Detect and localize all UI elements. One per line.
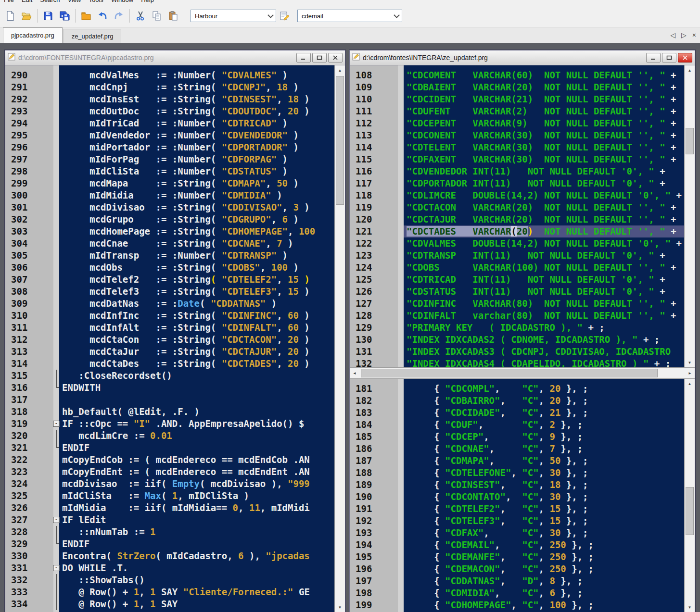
code-line[interactable]: 333 @ Row() + 1, 1 SAY "Cliente/Forneced… — [5, 586, 335, 598]
minimize-button[interactable] — [296, 53, 311, 62]
code-text[interactable]: mIdCliSta := :Number( "CDSTATUS" ) — [59, 165, 335, 177]
code-text[interactable]: mcdCtaCon := :String( "CDCTACON", 20 ) — [59, 334, 335, 346]
code-text[interactable]: { "CDTELEF2", "C", 15 }, ; — [404, 503, 685, 515]
code-text[interactable]: "CDTELENT VARCHAR(30) NOT NULL DEFAULT '… — [404, 141, 685, 153]
scroll-right-icon[interactable]: ► — [685, 368, 695, 378]
code-line[interactable]: 311 mcdInfAlt := :String( "CDINFALT", 60… — [5, 322, 335, 334]
maximize-button[interactable] — [312, 53, 327, 62]
code-line[interactable]: 127"CDINFINC VARCHAR(80) NOT NULL DEFAUL… — [350, 298, 685, 310]
code-text[interactable]: { "CDTELEF3", "C", 15 }, ; — [404, 515, 685, 527]
code-line[interactable]: 294 mIdTriCad := :Number( "CDTRICAD" ) — [5, 117, 335, 129]
scrollbar-thumb[interactable] — [686, 128, 694, 154]
code-line[interactable]: 117"CDPORTADOR INT(11) NOT NULL DEFAULT … — [350, 177, 685, 189]
code-line[interactable]: 293 mcdOutDoc := :String( "CDOUTDOC", 20… — [5, 105, 335, 117]
code-text[interactable]: "CDCEPENT VARCHAR(9) NOT NULL DEFAULT ''… — [404, 117, 685, 129]
code-line[interactable]: 109"CDBAIENT VARCHAR(20) NOT NULL DEFAUL… — [350, 81, 685, 93]
code-text[interactable]: mcdLimCre := 0.01 — [59, 430, 335, 442]
code-line[interactable]: 327-IF lEdit — [5, 514, 335, 526]
open-file-button[interactable] — [18, 8, 35, 24]
code-text[interactable]: Encontra( StrZero( mIdCadastro, 6 ), "jp… — [59, 550, 335, 562]
code-text[interactable]: "CDCTACON VARCHAR(20) NOT NULL DEFAULT '… — [404, 201, 685, 213]
code-line[interactable]: 290 mcdValMes := :Number( "CDVALMES" ) — [5, 69, 335, 81]
code-text[interactable]: { "CDCEP", "C", 9 }, ; — [404, 431, 685, 443]
code-line[interactable]: 325mIdCliSta := Max( 1, mIDCliSta ) — [5, 490, 335, 502]
code-text[interactable]: "CDCTAJUR VARCHAR(20) NOT NULL DEFAULT '… — [404, 213, 685, 225]
code-text[interactable]: mcdInsEst := :String( "CDINSEST", 18 ) — [59, 93, 335, 105]
new-file-button[interactable] — [2, 8, 18, 24]
code-text[interactable]: mcdHomePage := :String( "CDHOMEPAGE", 10… — [59, 225, 335, 237]
scroll-down-icon[interactable]: ▼ — [685, 603, 695, 612]
code-line[interactable]: 197 { "CDDATNAS", "D", 8 }, ; — [350, 575, 685, 587]
code-text[interactable]: { "CDBAIRRO", "C", 20 }, ; — [404, 395, 685, 407]
code-line[interactable]: 195 { "CDEMANFE", "C", 250 }, ; — [350, 551, 685, 563]
code-line[interactable]: 199 { "CDHOMEPAGE", "C", 100 }, ; — [350, 599, 685, 611]
code-line[interactable]: 296 midPortador := :Number( "CDPORTADOR"… — [5, 141, 335, 153]
menu-window[interactable]: Window — [107, 0, 137, 5]
code-text[interactable]: ENDWITH — [59, 382, 335, 394]
code-text[interactable]: { "CDDATNAS", "D", 8 }, ; — [404, 575, 685, 587]
scroll-down-icon[interactable]: ▼ — [685, 358, 695, 367]
code-line[interactable]: 295 mIdVendedor := :Number( "CDVENDEDOR"… — [5, 129, 335, 141]
code-text[interactable]: { "CDCONTATO", "C", 30 }, ; — [404, 491, 685, 503]
code-text[interactable]: "CDTRANSP INT(11) NOT NULL DEFAULT '0', … — [404, 250, 685, 262]
code-line[interactable]: 313 mcdCtaJur := :String( "CDCTAJUR", 20… — [5, 346, 335, 358]
code-text[interactable]: { "CDHOMEPAGE", "C", 100 }, ; — [404, 599, 685, 611]
code-line[interactable]: 303 mcdHomePage := :String( "CDHOMEPAGE"… — [5, 225, 335, 237]
code-text[interactable]: mIdCliSta := Max( 1, mIDCliSta ) — [59, 490, 335, 502]
code-line[interactable]: 334 @ Row() + 1, 1 SAY — [5, 598, 335, 610]
code-text[interactable]: mcdDatNas := :Date( "CDDATNAS" ) — [59, 298, 335, 310]
code-line[interactable]: 126"CDSTATUS INT(11) NOT NULL DEFAULT '0… — [350, 286, 685, 298]
code-line[interactable]: 323mCopyEndEnt := ( mcdEndereco == mcdEn… — [5, 466, 335, 478]
vertical-scrollbar[interactable]: ▲ ▼ — [684, 65, 695, 367]
code-line[interactable]: 310 mcdInfInc := :String( "CDINFINC", 60… — [5, 310, 335, 322]
close-button[interactable] — [678, 53, 692, 62]
code-line[interactable]: 317 — [5, 394, 335, 406]
code-line[interactable]: 316ENDWITH — [5, 382, 335, 394]
code-text[interactable]: { "CDINSEST", "C", 18 }, ; — [404, 479, 685, 491]
save-all-button[interactable] — [56, 8, 73, 24]
code-text[interactable]: "CDFAXENT VARCHAR(30) NOT NULL DEFAULT '… — [404, 153, 685, 165]
code-line[interactable]: 119"CDCTACON VARCHAR(20) NOT NULL DEFAUL… — [350, 201, 685, 213]
code-line[interactable]: 184 { "CDUF", "C", 2 }, ; — [350, 419, 685, 431]
code-text[interactable]: mcdCtaJur := :String( "CDCTAJUR", 20 ) — [59, 346, 335, 358]
code-text[interactable]: mcdTelef3 := :String( "CDTELEF3", 15 ) — [59, 286, 335, 298]
code-text[interactable]: hb_Default( @lEdit, .F. ) — [59, 406, 335, 418]
save-button[interactable] — [40, 8, 56, 24]
code-text[interactable]: { "CDFAX", "C", 30 }, ; — [404, 527, 685, 539]
scroll-up-icon[interactable]: ▲ — [685, 66, 695, 75]
code-line[interactable]: 129"PRIMARY KEY ( IDCADASTRO ), " + ; — [350, 322, 685, 334]
code-line[interactable]: 304 mcdCnae := :String( "CDCNAE", 7 ) — [5, 237, 335, 250]
code-line[interactable]: 115"CDFAXENT VARCHAR(30) NOT NULL DEFAUL… — [350, 153, 685, 165]
code-line[interactable]: 312 mcdCtaCon := :String( "CDCTACON", 20… — [5, 334, 335, 346]
code-text[interactable]: mCopyEndCob := ( mcdEndereco == mcdEndCo… — [59, 454, 335, 466]
code-text[interactable]: { "CDEMAIL", "C", 250 }, ; — [404, 539, 685, 551]
code-text[interactable]: "INDEX IDXCADAS3 ( CDCNPJ, CDDIVISAO, ID… — [404, 346, 685, 358]
copy-button[interactable] — [149, 8, 165, 24]
menu-search[interactable]: Search — [36, 0, 64, 5]
code-text[interactable] — [59, 394, 335, 406]
menu-tools[interactable]: Tools — [85, 0, 107, 5]
scroll-down-icon[interactable]: ▼ — [335, 603, 345, 612]
code-line[interactable]: 121"CDCTADES VARCHAR(20) NOT NULL DEFAUL… — [350, 225, 685, 237]
language-combobox[interactable]: Harbour — [191, 10, 276, 22]
code-text[interactable]: "CDVALMES DOUBLE(14,2) NOT NULL DEFAULT … — [404, 237, 685, 250]
code-line[interactable]: 332 ::ShowTabs() — [5, 574, 335, 586]
code-text[interactable]: mIdForPag := :Number( "CDFORPAG" ) — [59, 153, 335, 165]
code-line[interactable]: 128"CDINFALT varchar(80) NOT NULL DEFAUL… — [350, 310, 685, 322]
code-text[interactable]: "CDCTADES VARCHAR(20) NOT NULL DEFAULT '… — [404, 225, 685, 237]
code-text[interactable]: { "CDCIDADE", "C", 21 }, ; — [404, 407, 685, 419]
code-text[interactable]: mcdCnae := :String( "CDCNAE", 7 ) — [59, 237, 335, 250]
code-text[interactable]: { "CDUF", "C", 2 }, ; — [404, 419, 685, 431]
code-line[interactable]: 193 { "CDFAX", "C", 30 }, ; — [350, 527, 685, 539]
code-text[interactable]: "CDOBS VARCHAR(100) NOT NULL DEFAULT '',… — [404, 262, 685, 274]
code-text[interactable]: "INDEX IDXCADAS2 ( CDNOME, IDCADASTRO ),… — [404, 334, 685, 346]
code-line[interactable]: 111"CDUFENT VARCHAR(2) NOT NULL DEFAULT … — [350, 105, 685, 117]
undo-button[interactable] — [94, 8, 111, 24]
code-line[interactable]: 108"CDCOMENT VARCHAR(60) NOT NULL DEFAUL… — [350, 69, 685, 81]
code-line[interactable]: 198 { "CDMIDIA", "C", 6 }, ; — [350, 587, 685, 599]
close-file-button[interactable] — [78, 8, 94, 24]
code-line[interactable]: 187 { "CDMAPA", "C", 50 }, ; — [350, 455, 685, 467]
code-text[interactable]: "INDEX IDXCADAS4 ( CDAPELIDO, IDCADASTRO… — [404, 358, 685, 367]
code-text[interactable]: mcdObs := :String( "CDOBS", 100 ) — [59, 262, 335, 274]
code-line[interactable]: 118"CDLIMCRE DOUBLE(14,2) NOT NULL DEFAU… — [350, 189, 685, 201]
